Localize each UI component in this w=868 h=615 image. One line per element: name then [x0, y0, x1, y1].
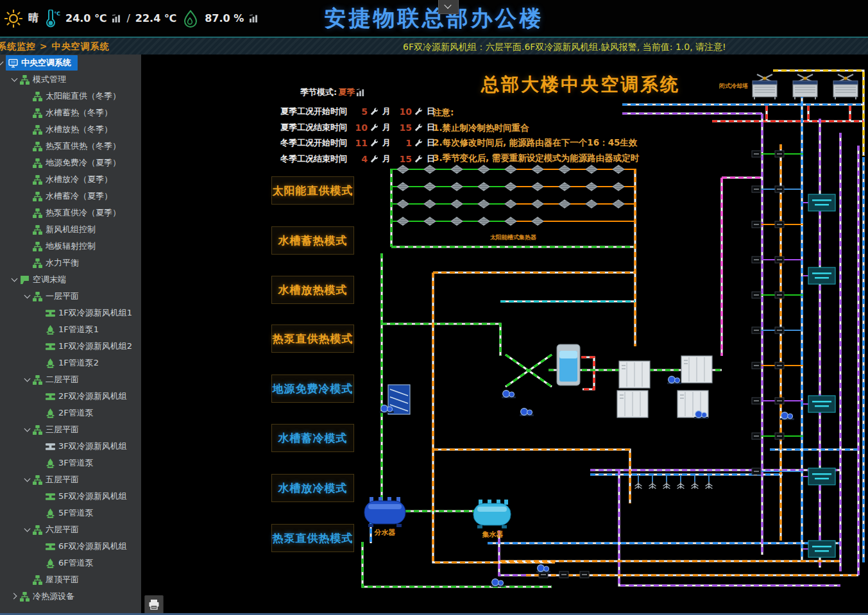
sidebar-item-ac-terminals[interactable]: 空调末端: [0, 271, 141, 288]
app-title: 安捷物联总部办公楼: [0, 4, 868, 33]
note-line: 1.禁止制冷制热时间重合: [433, 121, 639, 136]
monitor-icon: [8, 58, 18, 68]
wrench-edit-icon[interactable]: [413, 107, 424, 116]
chevron-down-icon[interactable]: [0, 58, 6, 68]
chevron-down-icon[interactable]: [10, 274, 20, 285]
sidebar-item-mode-mgmt[interactable]: 模式管理: [0, 71, 141, 88]
diagram-title: 总部大楼中央空调系统: [433, 72, 728, 97]
mode-button-tank-store-cool[interactable]: 水槽蓄冷模式: [271, 424, 354, 452]
sidebar-item-1f-pump1[interactable]: 1F管道泵1: [0, 321, 141, 338]
sidebar-item-2f-pump[interactable]: 2F管道泵: [0, 405, 141, 421]
chevron-right-icon[interactable]: [10, 591, 20, 602]
sidebar-item-tank-release-cool[interactable]: 水槽放冷（夏季）: [0, 171, 141, 188]
tree-node-icon: [33, 575, 42, 585]
pump-icon: [46, 559, 55, 568]
mode-button-tank-release-cool[interactable]: 水槽放冷模式: [271, 474, 354, 502]
tree-node-icon: [33, 375, 42, 385]
wrench-edit-icon[interactable]: [413, 155, 424, 164]
sidebar-item-3f-pump[interactable]: 3F管道泵: [0, 455, 141, 471]
tree-node-icon: [33, 475, 42, 485]
mode-button-ground-free-cool[interactable]: 地源免费冷模式: [271, 375, 354, 403]
tree-node-icon: [33, 92, 42, 101]
wrench-edit-icon[interactable]: [369, 155, 380, 164]
schedule-row: 冬季工况开始时间 11 月 1 日: [280, 135, 439, 151]
chevron-down-icon[interactable]: [10, 74, 20, 85]
sidebar-item-floor3[interactable]: 三层平面: [0, 421, 141, 438]
buffer-tank: [557, 344, 580, 385]
sidebar-item-2f-ahu[interactable]: 2F双冷源新风机组: [0, 388, 141, 405]
collapse-header-button chevron-down-icon[interactable]: [438, 0, 459, 14]
selected-highlight: 中央空调系统: [6, 55, 78, 71]
wrench-edit-icon[interactable]: [369, 139, 380, 147]
day-value: 15: [395, 154, 412, 164]
sidebar-item-tank-store-heat[interactable]: 水槽蓄热（冬季）: [0, 105, 141, 121]
sidebar-item-floor6[interactable]: 六层平面: [0, 521, 141, 538]
sidebar-item-ahu-control[interactable]: 新风机组控制: [0, 221, 141, 238]
sidebar-item-floor1[interactable]: 一层平面: [0, 288, 141, 305]
wrench-edit-icon[interactable]: [369, 107, 380, 116]
chevron-down-icon[interactable]: [22, 525, 33, 535]
alarm-message[interactable]: 6F双冷源新风机组：六层平面.6F双冷源新风机组.缺风报警, 当前值: 1.0,…: [403, 42, 726, 53]
month-value: 5: [353, 106, 368, 117]
month-value: 11: [353, 138, 368, 148]
mode-button-tank-release-heat[interactable]: 水槽放热模式: [271, 276, 354, 304]
sidebar-item-heat-cool-source[interactable]: 冷热源设备: [0, 588, 141, 605]
sidebar-item-floor-radiant[interactable]: 地板辐射控制: [0, 238, 141, 255]
pump-icon: [46, 358, 55, 368]
collector-tank: 集水器: [473, 500, 511, 539]
flag-icon: [20, 275, 30, 285]
sidebar-item-1f-pump2[interactable]: 1F管道泵2: [0, 355, 141, 371]
mode-button-hp-direct-heat[interactable]: 热泵直供热模式: [271, 324, 354, 353]
solar-collector-array: 太阳能槽式集热器: [396, 165, 625, 240]
sidebar-item-tank-release-heat[interactable]: 水槽放热（冬季）: [0, 121, 141, 138]
season-label: 季节模式:: [300, 87, 337, 98]
tree-node-icon: [33, 425, 42, 435]
sidebar-item-hp-direct-heat[interactable]: 热泵直供热（冬季）: [0, 138, 141, 155]
month-value: 4: [353, 154, 368, 164]
sidebar-item-floor2[interactable]: 二层平面: [0, 371, 141, 388]
cooling-towers: 闭式冷却塔: [719, 74, 858, 99]
solar-array-label: 太阳能槽式集热器: [489, 234, 537, 240]
sidebar-item-roof[interactable]: 屋顶平面: [0, 571, 141, 588]
pump-icon: [46, 325, 55, 335]
sidebar-item-5f-ahu[interactable]: 5F双冷源新风机组: [0, 488, 141, 505]
sidebar-item-hydraulic-balance[interactable]: 水力平衡: [0, 255, 141, 271]
print-button[interactable]: [144, 595, 164, 614]
sidebar-item-6f-pump[interactable]: 6F管道泵: [0, 555, 141, 571]
sidebar-item-tank-store-cool[interactable]: 水槽蓄冷（夏季）: [0, 188, 141, 205]
mode-button-tank-store-heat[interactable]: 水槽蓄热模式: [271, 226, 354, 255]
sidebar-item-hp-direct-cool[interactable]: 热泵直供冷（夏季）: [0, 205, 141, 221]
tree-node-icon: [33, 242, 42, 251]
mode-button-solar-direct[interactable]: 太阳能直供模式: [271, 176, 354, 205]
mode-button-hp-direct-heat-2[interactable]: 热泵直供热模式: [271, 524, 354, 552]
pump-icon: [46, 409, 55, 418]
sidebar-item-3f-ahu[interactable]: 3F双冷源新风机组: [0, 438, 141, 455]
sidebar-item-solar-direct-winter[interactable]: 太阳能直供（冬季）: [0, 88, 141, 105]
chevron-down-icon[interactable]: [22, 291, 33, 301]
wrench-edit-icon[interactable]: [413, 139, 424, 147]
day-value: 1: [395, 138, 412, 148]
sidebar-item-floor5[interactable]: 五层平面: [0, 471, 141, 488]
chevron-down-icon[interactable]: [22, 375, 33, 385]
ahu-icon: [46, 542, 55, 552]
sidebar-item-6f-ahu[interactable]: 6F双冷源新风机组: [0, 538, 141, 555]
sidebar-item-central-ac-root[interactable]: 中央空调系统: [0, 55, 141, 71]
chevron-down-icon[interactable]: [22, 475, 33, 485]
wrench-edit-icon[interactable]: [413, 123, 424, 132]
tree-node-icon: [33, 158, 42, 168]
nav-bar: 系统监控 > 中央空调系统 6F双冷源新风机组：六层平面.6F双冷源新风机组.缺…: [0, 37, 868, 55]
main-canvas: 太阳能槽式集热器 闭式冷却塔: [141, 55, 868, 615]
sidebar-item-ground-free-cool[interactable]: 地源免费冷（夏季）: [0, 155, 141, 171]
tree-node-icon: [33, 125, 42, 135]
tree-node-icon: [33, 225, 42, 235]
hvac-scada-app: 晴 ℃ 24.0 ℃ / 22.4 ℃ 87.0 % 安捷物联总部办公楼 系统监…: [0, 0, 868, 615]
sidebar-item-1f-ahu2[interactable]: 1F双冷源新风机组2: [0, 338, 141, 355]
tree-node-icon: [33, 208, 42, 218]
wrench-edit-icon[interactable]: [369, 123, 380, 132]
chevron-down-icon[interactable]: [22, 425, 33, 435]
pump-icon: [46, 459, 55, 468]
trend-chart-icon[interactable]: [356, 88, 365, 97]
breadcrumb[interactable]: 系统监控 > 中央空调系统: [0, 41, 109, 53]
sidebar-item-5f-pump[interactable]: 5F管道泵: [0, 505, 141, 521]
sidebar-item-1f-ahu1[interactable]: 1F双冷源新风机组1: [0, 305, 141, 321]
